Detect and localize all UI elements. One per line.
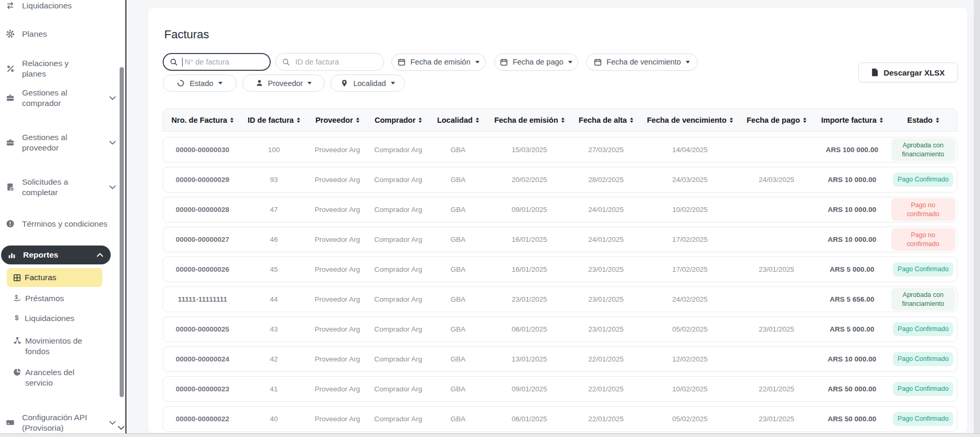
filter-localidad[interactable]: Localidad bbox=[331, 74, 405, 92]
cell-localidad: GBA bbox=[428, 265, 488, 273]
sort-icon[interactable] bbox=[803, 118, 806, 123]
status-badge: Pago Confirmado bbox=[893, 173, 953, 186]
status-badge: Pago Confirmado bbox=[893, 262, 953, 276]
download-xlsx-button[interactable]: Descargar XLSX bbox=[858, 62, 958, 82]
column-header-1[interactable]: Nro. de Factura bbox=[163, 116, 242, 124]
sidebar-item-liquidaciones-reporte[interactable]: $ Liquidaciones bbox=[13, 313, 100, 324]
filter-fecha-vencimiento[interactable]: Fecha de vencimiento bbox=[586, 54, 698, 71]
filter-label: Fecha de pago bbox=[513, 58, 563, 66]
table-row[interactable]: 00000-0000002993Proveedor ArgComprador A… bbox=[163, 167, 957, 193]
filter-estado[interactable]: Estado bbox=[163, 74, 237, 92]
sort-icon[interactable] bbox=[476, 118, 479, 123]
cell-localidad: GBA bbox=[428, 295, 488, 303]
sidebar-item-relaciones-y-planes[interactable]: Relaciones y planes bbox=[0, 58, 116, 79]
cell-pago: 23/01/2025 bbox=[738, 415, 815, 423]
sidebar-item-planes[interactable]: Planes bbox=[0, 29, 116, 39]
sidebar-item-solicitudes[interactable]: Solicitudes a completar bbox=[0, 177, 116, 198]
table-row[interactable]: 00000-00000030100Proveedor ArgComprador … bbox=[163, 137, 957, 163]
sort-icon[interactable] bbox=[230, 118, 233, 123]
column-header-6[interactable]: Fecha de emisión bbox=[488, 116, 570, 124]
table-row[interactable]: 00000-0000002240Proveedor ArgComprador A… bbox=[163, 406, 957, 432]
swap-arrows-icon bbox=[6, 1, 15, 10]
sidebar-item-label: Planes bbox=[22, 29, 91, 39]
sort-icon[interactable] bbox=[419, 118, 422, 123]
filter-proveedor[interactable]: Proveedor bbox=[242, 74, 325, 92]
cell-emision: 06/01/2025 bbox=[488, 415, 570, 423]
sidebar-item-facturas[interactable]: Facturas bbox=[7, 268, 102, 287]
cell-comprador: Comprador Arg bbox=[369, 206, 428, 214]
cell-id: 100 bbox=[242, 146, 306, 154]
page-horizontal-scrollbar[interactable] bbox=[0, 433, 980, 437]
column-header-label: Comprador bbox=[375, 116, 416, 124]
sidebar-item-prestamos[interactable]: $ Préstamos bbox=[13, 293, 100, 304]
invoice-id-search-input[interactable] bbox=[275, 53, 384, 71]
filter-fecha-emision[interactable]: Fecha de emisión bbox=[391, 54, 486, 71]
cell-vencimiento: 10/02/2025 bbox=[642, 206, 738, 214]
column-header-label: Proveedor bbox=[315, 116, 353, 124]
table-row[interactable]: 00000-0000002442Proveedor ArgComprador A… bbox=[163, 346, 957, 372]
column-header-7[interactable]: Fecha de alta bbox=[570, 116, 642, 124]
sidebar-item-movimientos[interactable]: Movimientos de fondos bbox=[13, 336, 100, 357]
column-header-10[interactable]: Importe factura bbox=[815, 116, 889, 124]
page-vertical-scrollbar[interactable] bbox=[974, 0, 980, 433]
sidebar-item-configuracion-api[interactable]: Configuración API (Provisoria) bbox=[0, 412, 116, 433]
invoice-number-search-input[interactable] bbox=[163, 53, 271, 71]
text-cursor bbox=[182, 58, 183, 67]
sidebar-item-reportes[interactable]: Reportes bbox=[1, 246, 111, 264]
sort-icon[interactable] bbox=[730, 118, 733, 123]
caret-down-icon bbox=[307, 82, 312, 84]
sort-icon[interactable] bbox=[297, 118, 300, 123]
cell-proveedor: Proveedor Arg bbox=[306, 415, 369, 423]
sort-icon[interactable] bbox=[880, 118, 883, 123]
sort-icon[interactable] bbox=[356, 118, 359, 123]
sidebar-item-aranceles[interactable]: Aranceles del servicio bbox=[13, 367, 100, 388]
sidebar-scrollbar-thumb[interactable] bbox=[120, 67, 124, 397]
cell-id: 47 bbox=[242, 206, 306, 214]
cell-importe: ARS 5 000.00 bbox=[815, 325, 889, 333]
invoice-number-search-field[interactable] bbox=[184, 57, 249, 67]
facturas-card: Facturas Fecha de emisión bbox=[147, 7, 968, 433]
cell-emision: 13/01/2025 bbox=[488, 355, 570, 363]
cell-localidad: GBA bbox=[428, 146, 488, 154]
cell-id: 44 bbox=[242, 295, 306, 303]
sidebar-scroll-down-icon[interactable] bbox=[118, 425, 125, 430]
sidebar-item-gestiones-proveedor[interactable]: Gestiones al proveedor bbox=[0, 132, 116, 153]
sort-icon[interactable] bbox=[630, 118, 633, 123]
sidebar-item-label: Relaciones y planes bbox=[22, 58, 91, 79]
table-row[interactable]: 11111-1111111144Proveedor ArgComprador A… bbox=[163, 286, 957, 312]
cell-alta: 23/01/2025 bbox=[570, 325, 642, 333]
column-header-4[interactable]: Comprador bbox=[369, 116, 428, 124]
sidebar-item-terminos[interactable]: Términos y condiciones bbox=[0, 219, 124, 229]
table-row[interactable]: 00000-0000002341Proveedor ArgComprador A… bbox=[163, 376, 957, 402]
table-row[interactable]: 00000-0000002645Proveedor ArgComprador A… bbox=[163, 257, 957, 282]
cell-nro: 11111-11111111 bbox=[163, 295, 242, 303]
table-row[interactable]: 00000-0000002847Proveedor ArgComprador A… bbox=[163, 197, 957, 222]
column-header-label: Fecha de pago bbox=[747, 116, 800, 124]
column-header-9[interactable]: Fecha de pago bbox=[738, 116, 815, 124]
cell-proveedor: Proveedor Arg bbox=[306, 146, 369, 154]
gear-icon bbox=[6, 29, 15, 38]
cell-nro: 00000-00000030 bbox=[163, 146, 242, 154]
cell-estado: Aprobada con financiamiento bbox=[889, 138, 957, 161]
sidebar-item-gestiones-comprador[interactable]: Gestiones al comprador bbox=[0, 88, 116, 109]
column-header-11[interactable]: Estado bbox=[889, 116, 957, 124]
table-row[interactable]: 00000-0000002746Proveedor ArgComprador A… bbox=[163, 227, 957, 252]
invoice-id-search-field[interactable] bbox=[294, 57, 359, 67]
cell-alta: 22/01/2025 bbox=[570, 385, 642, 393]
cell-comprador: Comprador Arg bbox=[369, 236, 428, 243]
table-row[interactable]: 00000-0000002543Proveedor ArgComprador A… bbox=[163, 316, 957, 342]
column-header-5[interactable]: Localidad bbox=[428, 116, 488, 124]
cell-comprador: Comprador Arg bbox=[369, 415, 428, 423]
status-badge: Pago no confirmado bbox=[891, 228, 955, 251]
cell-emision: 16/01/2025 bbox=[488, 236, 570, 243]
sort-icon[interactable] bbox=[561, 118, 564, 123]
column-header-8[interactable]: Fecha de vencimiento bbox=[642, 116, 738, 124]
filter-fecha-pago[interactable]: Fecha de pago bbox=[494, 54, 578, 71]
sidebar-item-liquidaciones[interactable]: Liquidaciones bbox=[0, 1, 116, 11]
cell-importe: ARS 5 000.00 bbox=[815, 265, 889, 273]
column-header-3[interactable]: Proveedor bbox=[306, 116, 369, 124]
cell-proveedor: Proveedor Arg bbox=[306, 176, 369, 184]
sort-icon[interactable] bbox=[936, 118, 939, 123]
cell-proveedor: Proveedor Arg bbox=[306, 355, 369, 363]
column-header-2[interactable]: ID de factura bbox=[242, 116, 306, 124]
